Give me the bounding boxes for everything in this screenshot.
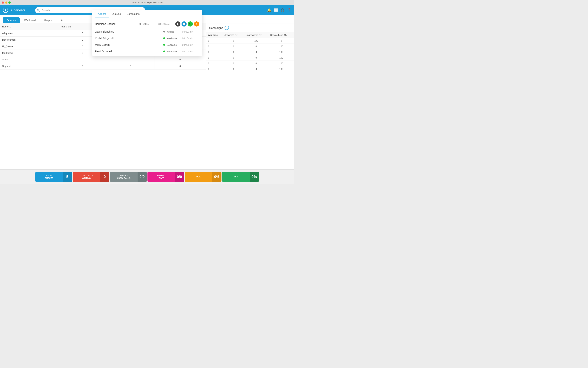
agent-name: Kashif Fitzgerald	[95, 37, 161, 40]
stat-avg-max-wait: AVG/MAXWAIT 0/0	[147, 172, 184, 182]
service-level: 100	[269, 49, 294, 55]
dropdown-tab-queues[interactable]: Queues	[109, 10, 124, 18]
stat-total-calls-waiting: TOTAL CALLSWAITING 0	[73, 172, 109, 182]
agent-time: 04h:03min	[182, 50, 197, 53]
unanswered-pct: 0	[244, 61, 269, 66]
table-row: 0 0 0 100	[206, 66, 294, 72]
agent-time: 04h:03min	[182, 30, 197, 33]
stat-avg-max-wait-value: 0/0	[175, 172, 184, 182]
headset-icon[interactable]: 🎧	[280, 8, 284, 12]
settings-btn[interactable]: ⚙	[194, 21, 199, 27]
agent-status: Available	[167, 37, 180, 40]
total-calls: 0	[58, 63, 107, 70]
campaigns-panel: Campaigns + Wait Time Answered (%) Unans…	[206, 23, 294, 169]
unanswered-pct: 0	[244, 66, 269, 72]
agent-actions: ⏺ 💬 📞 ⚙	[175, 21, 199, 27]
tab-wallboard[interactable]: Wallboard	[20, 17, 39, 23]
col-unanswered-pct[interactable]: Unanswered (%)	[244, 32, 269, 38]
agent-name: Remi Oconnell	[95, 50, 161, 53]
chat-btn[interactable]: 💬	[182, 21, 187, 27]
answered-pct: 0	[222, 49, 244, 55]
wait-time: 0	[206, 61, 222, 66]
agent-status: Offline	[167, 30, 180, 33]
answered-pct: 0	[222, 66, 244, 72]
window-title: Communicator - Supervisor Panel	[130, 1, 164, 4]
col-service-level[interactable]: Service Level (%)	[269, 32, 294, 38]
queue-name: IT_Queue	[0, 43, 58, 50]
campaigns-header: Campaigns +	[206, 23, 294, 32]
call-btn[interactable]: 📞	[188, 21, 193, 27]
status-bar: TOTALQUEUES 5 TOTAL CALLSWAITING 0 TOTAL…	[0, 169, 294, 184]
table-row: Support 0 0 0	[0, 63, 206, 70]
status-dot	[139, 23, 141, 25]
app-logo: Supervisor	[3, 8, 32, 13]
status-dot	[163, 31, 165, 33]
service-level: 100	[269, 61, 294, 66]
table-row: 0 0 0 100	[206, 55, 294, 61]
agent-time: 00h:04min	[182, 37, 197, 40]
titlebar: Communicator - Supervisor Panel	[0, 0, 294, 5]
total-calls: 0	[58, 56, 107, 63]
table-row: 0 0 0 100	[206, 44, 294, 49]
maximize-btn[interactable]	[9, 1, 11, 4]
stat-total-queues: TOTALQUEUES 5	[35, 172, 72, 182]
dropdown-tab-campaigns[interactable]: Campaigns	[124, 10, 143, 18]
help-icon[interactable]: ❓	[287, 8, 291, 12]
col-name[interactable]: Name ▲	[0, 23, 58, 30]
list-item: Kashif Fitzgerald Available 00h:04min	[92, 35, 202, 42]
agent-time: 00h:09min	[182, 44, 197, 46]
stat-total-queues-value: 5	[63, 172, 72, 182]
stat-pca: PCA 0%	[185, 172, 222, 182]
stat-avg-max-wait-label: AVG/MAXWAIT	[147, 172, 175, 182]
stat-sla-value: 0%	[250, 172, 259, 182]
agent-status: Available	[167, 44, 180, 46]
reports-icon[interactable]: 📊	[274, 8, 278, 12]
agent-list: Hermione Spencer Offline 04h:03min ⏺ 💬 📞…	[92, 18, 202, 56]
wait-time: 0	[206, 38, 222, 44]
queue-name: Sales	[0, 56, 58, 63]
tab-agents[interactable]: A...	[57, 17, 68, 23]
table-row: 0 0 0 100	[206, 49, 294, 55]
stat-sla-label: SLA	[222, 172, 250, 182]
list-item: Remi Oconnell Available 04h:03min	[92, 48, 202, 55]
agent-status: Available	[167, 50, 180, 53]
list-item: Miley Garrett Available 00h:09min	[92, 42, 202, 48]
wait-time: 0	[206, 66, 222, 72]
dropdown-tabs: Agents Queues Campaigns	[92, 10, 202, 18]
logo-icon	[3, 8, 8, 13]
queue-name: Development	[0, 37, 58, 43]
stat-total-answ-calls-value: 0/0	[138, 172, 147, 182]
stat-total-calls-waiting-value: 0	[100, 172, 109, 182]
logo-text: Supervisor	[10, 9, 25, 12]
service-level: 100	[269, 55, 294, 61]
status-dot	[163, 44, 165, 46]
unanswered: 0	[154, 56, 206, 63]
stat-total-calls-waiting-label: TOTAL CALLSWAITING	[73, 172, 100, 182]
tab-queues[interactable]: Queues	[3, 17, 19, 23]
stat-total-queues-label: TOTALQUEUES	[35, 172, 63, 182]
agent-name: Jaden Blanchard	[95, 30, 161, 33]
unanswered-pct: 0	[244, 44, 269, 49]
minimize-btn[interactable]	[5, 1, 7, 4]
record-btn[interactable]: ⏺	[175, 21, 180, 27]
notifications-icon[interactable]: 🔔	[267, 8, 271, 12]
table-row: Sales 0 0 0	[0, 56, 206, 63]
col-wait-time[interactable]: Wait Time	[206, 32, 222, 38]
campaigns-title: Campaigns	[209, 26, 223, 29]
agent-status: Offline	[144, 23, 156, 25]
queue-name: Support	[0, 63, 58, 70]
table-row: 0 0 0 100	[206, 61, 294, 66]
col-answered-pct[interactable]: Answered (%)	[222, 32, 244, 38]
stat-total-answ-calls-label: TOTAL /ANSW CALLS	[110, 172, 138, 182]
answered: 0	[107, 56, 154, 63]
answered-pct: 0	[222, 38, 244, 44]
stat-sla: SLA 0%	[222, 172, 259, 182]
app: Supervisor 🔍 🔔 📊 🎧 ❓ Agents Queues Campa…	[0, 5, 294, 184]
add-campaign-button[interactable]: +	[225, 26, 229, 30]
tab-graphs[interactable]: Graphs	[40, 17, 57, 23]
unanswered-pct: 100	[244, 38, 269, 44]
answered: 0	[107, 63, 154, 70]
close-btn[interactable]	[2, 1, 4, 4]
status-dot	[163, 37, 165, 39]
dropdown-tab-agents[interactable]: Agents	[95, 10, 109, 18]
